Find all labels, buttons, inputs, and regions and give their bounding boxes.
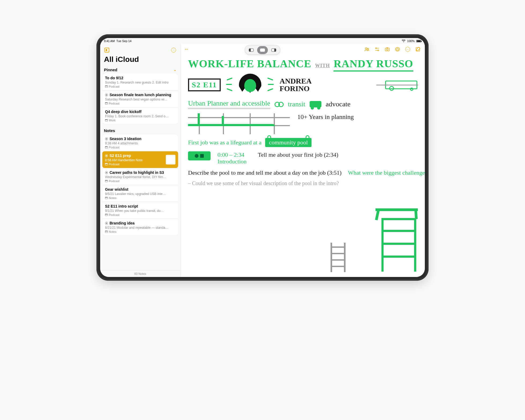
handwritten-canvas[interactable]: WORK-LIFE BALANCE WITH RANDY RUSSO S2 E1…	[181, 55, 425, 277]
collaborate-icon[interactable]	[364, 47, 370, 52]
folder-icon	[105, 214, 108, 216]
editor-more-icon[interactable]	[405, 47, 410, 52]
status-bar: 9:41 AM Tue Sep 14 100%	[100, 38, 425, 44]
multitask-split-left[interactable]	[246, 46, 257, 54]
svg-point-1	[368, 48, 369, 50]
note-meta: Wednesday Experimental florist, DIY film…	[105, 175, 175, 179]
adjust-sliders-icon[interactable]	[374, 47, 380, 52]
battery-pct: 100%	[407, 39, 415, 43]
note-row[interactable]: To do 9/12Sunday 1. Research new guests …	[102, 74, 178, 90]
note-meta: 8/21/21 Modular and repeatable — standa…	[105, 226, 175, 230]
wifi-icon	[402, 40, 406, 42]
svg-rect-4	[385, 48, 389, 51]
note-title: Season finale team lunch planning	[110, 93, 171, 97]
guest-name: ANDREA FORINO	[280, 77, 312, 92]
shared-icon	[105, 222, 108, 225]
svg-point-5	[387, 49, 388, 50]
multitask-fullscreen[interactable]	[257, 46, 268, 54]
followup-visual: – Could we use some of her visual descri…	[188, 180, 284, 186]
title-part-b: RANDY RUSSO	[333, 57, 413, 72]
note-meta: Sunday 1. Research new guests 2. Edit in…	[105, 81, 175, 84]
question-challenges: What were the biggest challenges you fac…	[348, 169, 425, 176]
community-pool-highlight: community pool	[265, 138, 312, 147]
sidebar-more-button[interactable]	[170, 47, 177, 54]
note-row[interactable]: S2 E11 prep8:56 AM Handwritten NotePodca…	[102, 151, 178, 168]
battery-icon	[416, 40, 421, 42]
title-part-a: WORK-LIFE BALANCE	[188, 57, 311, 70]
note-row[interactable]: Season 3 ideation9:38 AM 4 attachmentsPo…	[102, 134, 178, 151]
svg-point-2	[376, 48, 377, 49]
note-meta: Saturday Research best vegan options wi…	[105, 98, 175, 101]
expand-icon[interactable]: ⤢	[184, 46, 190, 52]
note-folder: Podcast	[109, 213, 119, 216]
compose-icon[interactable]	[415, 47, 421, 52]
folder-icon	[105, 163, 108, 165]
notes-header[interactable]: Notes	[100, 127, 180, 134]
intro-segment: 0:00 – 2:34 Introduction	[218, 151, 247, 165]
note-title: Q4 deep dive kickoff	[105, 110, 141, 114]
note-title: Career paths to highlight in S3	[110, 170, 164, 175]
ladder-doodle-icon	[331, 243, 346, 272]
note-folder: Podcast	[109, 179, 119, 183]
urban-planner-text: Urban Planner and accessible	[188, 99, 270, 109]
folder-icon	[105, 180, 108, 182]
lifeguard-chair-doodle-icon	[381, 218, 416, 272]
folder-icon	[105, 197, 108, 199]
question-first-job: Tell me about your first job (2:34)	[258, 151, 338, 158]
note-folder: Podcast	[109, 146, 119, 149]
bike-doodle-icon	[275, 101, 284, 107]
folder-icon	[105, 85, 108, 88]
folder-icon	[105, 102, 108, 104]
sidebar-title: All iCloud	[100, 55, 180, 66]
camera-icon[interactable]	[385, 47, 390, 52]
pinned-header[interactable]: Pinned ⌄	[100, 66, 180, 74]
note-row[interactable]: Season finale team lunch planningSaturda…	[102, 90, 178, 107]
multitask-control[interactable]	[245, 45, 280, 55]
years-text: 10+ Years in planning	[297, 113, 354, 121]
note-folder: Work	[109, 119, 115, 122]
note-thumbnail	[166, 155, 175, 164]
episode-box: S2 E11	[188, 78, 221, 91]
note-title: Branding idea	[110, 221, 134, 225]
first-job-text: First job was as a lifeguard at a	[188, 139, 261, 146]
note-title: Season 3 ideation	[110, 137, 141, 141]
note-meta: 8:56 AM Handwritten Note	[105, 158, 164, 162]
note-folder: Podcast	[109, 163, 119, 166]
bus-doodle-icon	[385, 81, 417, 89]
sidebar-toggle-button[interactable]	[103, 47, 110, 54]
note-row[interactable]: Branding idea8/21/21 Modular and repeata…	[102, 219, 178, 235]
note-meta: Friday 1. Book conference room 2. Send o…	[105, 114, 175, 118]
status-time: 9:41 AM	[104, 39, 115, 43]
svg-point-3	[378, 50, 379, 51]
question-pool: Describe the pool to me and tell me abou…	[188, 169, 342, 176]
multitask-split-right[interactable]	[268, 46, 279, 54]
ipad-frame: 9:41 AM Tue Sep 14 100% All iCloud	[96, 34, 429, 281]
face-doodle-icon	[241, 75, 260, 95]
note-title: S2 E11 intro script	[105, 204, 138, 208]
car-doodle-icon	[310, 101, 321, 107]
status-date: Tue Sep 14	[116, 39, 131, 43]
folder-icon	[105, 231, 108, 233]
note-folder: Podcast	[109, 85, 119, 88]
shared-icon	[105, 137, 108, 140]
shared-icon	[105, 93, 108, 96]
notes-sidebar: All iCloud Pinned ⌄ To do 9/12Sunday 1. …	[100, 44, 181, 277]
note-row[interactable]: Gear wishlist9/5/21 Lavalier mics, upgra…	[102, 185, 178, 202]
shared-icon	[105, 171, 108, 174]
title-with: WITH	[315, 63, 330, 69]
note-meta: 9:38 AM 4 attachments	[105, 141, 175, 145]
note-editor: ⤢ WORK-LIFE BALANCE WITH RANDY RUSSO	[181, 44, 425, 277]
sidebar-footer: 83 Notes	[100, 270, 180, 277]
svg-point-0	[365, 48, 367, 49]
note-row[interactable]: Q4 deep dive kickoffFriday 1. Book confe…	[102, 107, 178, 124]
note-row[interactable]: Career paths to highlight in S3Wednesday…	[102, 168, 178, 185]
note-folder: Podcast	[109, 102, 119, 105]
chevron-down-icon: ⌄	[174, 68, 177, 72]
note-row[interactable]: S2 E11 intro script9/1/21 When you take …	[102, 202, 178, 219]
note-folder: Notes	[109, 230, 117, 233]
note-folder: Notes	[109, 196, 117, 200]
note-title: Gear wishlist	[105, 187, 128, 192]
markup-icon[interactable]	[395, 47, 400, 52]
note-meta: 9/5/21 Lavalier mics, upgraded USB inte…	[105, 192, 175, 196]
folder-icon	[105, 119, 108, 121]
